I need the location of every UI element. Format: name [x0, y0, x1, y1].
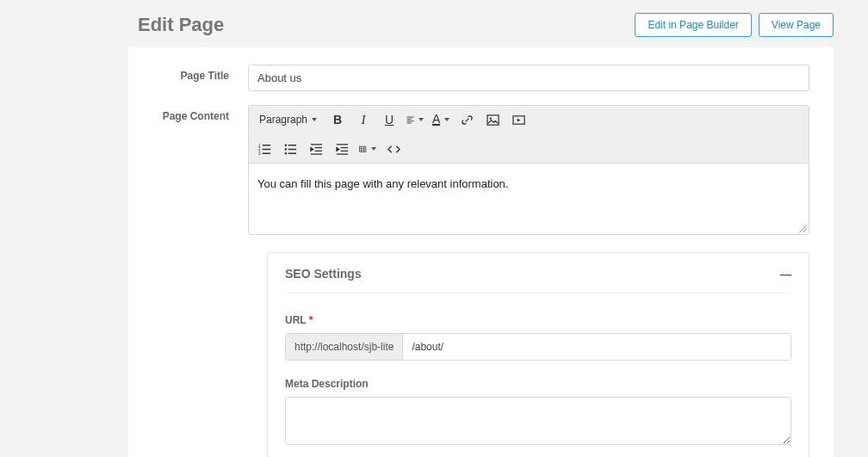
format-label: Paragraph	[259, 114, 307, 126]
format-dropdown[interactable]: Paragraph	[256, 114, 320, 126]
editor-content-area[interactable]: You can fill this page with any relevant…	[249, 164, 809, 234]
unordered-list-button[interactable]	[282, 140, 299, 157]
svg-point-7	[284, 148, 286, 150]
url-prefix: http://localhost/sjb-lite	[286, 334, 403, 360]
ordered-list-button[interactable]: 123	[256, 140, 273, 157]
svg-text:3: 3	[258, 151, 261, 156]
view-page-button[interactable]: View Page	[759, 13, 834, 37]
meta-description-field: Meta Description	[285, 378, 791, 448]
form-card: Page Title Page Content Paragraph B I U	[127, 47, 834, 457]
editor-toolbar: Paragraph B I U A	[249, 106, 809, 164]
image-button[interactable]	[484, 111, 501, 128]
page-wrapper: Edit Page Edit in Page Builder View Page…	[0, 0, 868, 457]
resize-handle[interactable]	[798, 224, 807, 232]
video-button[interactable]	[510, 111, 527, 128]
seo-header: SEO Settings —	[285, 267, 791, 293]
svg-rect-9	[360, 146, 366, 151]
table-icon	[359, 143, 367, 156]
chevron-down-icon	[444, 118, 450, 121]
link-icon	[461, 114, 474, 127]
topbar: Edit Page Edit in Page Builder View Page	[34, 9, 834, 47]
url-label: URL *	[285, 314, 791, 326]
code-view-button[interactable]	[385, 140, 402, 157]
page-content-label: Page Content	[145, 105, 248, 122]
bold-button[interactable]: B	[329, 111, 346, 128]
underline-button[interactable]: U	[381, 111, 398, 128]
url-input-group: http://localhost/sjb-lite	[285, 333, 791, 361]
svg-point-6	[284, 144, 286, 145]
table-button[interactable]	[359, 140, 376, 157]
chevron-down-icon	[312, 118, 317, 121]
image-icon	[487, 114, 499, 127]
rich-text-editor: Paragraph B I U A	[248, 105, 809, 235]
seo-title: SEO Settings	[285, 267, 362, 281]
svg-point-8	[284, 151, 286, 153]
align-icon	[406, 114, 414, 127]
required-marker: *	[309, 314, 313, 326]
svg-point-1	[489, 117, 491, 119]
outdent-icon	[310, 143, 323, 156]
text-color-button[interactable]: A	[432, 111, 450, 128]
chevron-down-icon	[371, 147, 376, 151]
unordered-list-icon	[284, 143, 297, 156]
italic-button[interactable]: I	[355, 111, 372, 128]
outdent-button[interactable]	[307, 140, 325, 157]
indent-icon	[336, 143, 349, 156]
collapse-icon[interactable]: —	[780, 268, 791, 281]
page-title-row: Page Title	[145, 65, 809, 91]
editor-content-text: You can fill this page with any relevant…	[257, 177, 508, 190]
indent-button[interactable]	[333, 140, 350, 157]
page-title-label: Page Title	[145, 65, 248, 82]
page-title: Edit Page	[138, 14, 224, 36]
code-icon	[388, 143, 400, 156]
page-title-input[interactable]	[248, 65, 809, 91]
top-actions: Edit in Page Builder View Page	[635, 13, 834, 37]
edit-in-page-builder-button[interactable]: Edit in Page Builder	[635, 13, 751, 37]
svg-rect-0	[487, 114, 498, 124]
url-input[interactable]	[403, 334, 790, 360]
meta-description-label: Meta Description	[285, 378, 791, 390]
url-field: URL * http://localhost/sjb-lite	[285, 314, 791, 361]
video-icon	[512, 114, 525, 127]
link-button[interactable]	[458, 111, 475, 128]
meta-description-input[interactable]	[285, 397, 791, 445]
chevron-down-icon	[418, 118, 424, 121]
seo-settings-panel: SEO Settings — URL * http://localhost/sj…	[267, 252, 809, 457]
align-button[interactable]	[406, 111, 424, 128]
page-content-row: Page Content Paragraph B I U	[145, 105, 809, 235]
ordered-list-icon: 123	[258, 143, 271, 156]
